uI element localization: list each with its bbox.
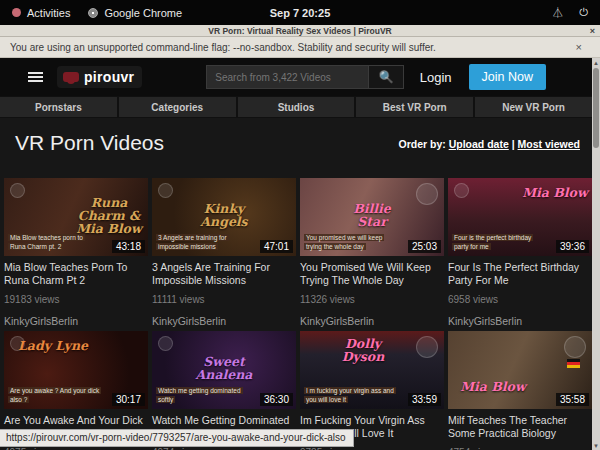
sandbox-warning-infobar: You are using an unsupported command-lin…: [0, 37, 600, 58]
studio-link[interactable]: KinkyGirlsBerlin: [448, 315, 592, 327]
video-card: Mia Blow Four is the perfect birthday pa…: [448, 178, 592, 327]
video-title-link[interactable]: You Promised We Will Keep Trying The Who…: [300, 261, 444, 286]
menu-hamburger-icon[interactable]: [28, 72, 43, 82]
duration-badge: 35:58: [556, 393, 589, 406]
studio-logo-icon: [454, 183, 469, 198]
thumb-overlay-title: Mia Blow: [458, 380, 528, 393]
window-title: VR Porn: Virtual Reality Sex Videos | Pi…: [208, 26, 391, 36]
video-card: Runa Charm & Mia Blow Mia Blow teaches p…: [4, 178, 148, 327]
video-title-link[interactable]: Mia Blow Teaches Porn To Runa Charm Pt 2: [4, 261, 148, 286]
duration-badge: 43:18: [112, 240, 145, 253]
window-titlebar: VR Porn: Virtual Reality Sex Videos | Pi…: [0, 25, 600, 37]
main-nav: Pornstars Categories Studios Best VR Por…: [0, 96, 592, 118]
duration-badge: 39:36: [556, 240, 589, 253]
thumb-overlay-title: Mia Blow: [520, 186, 590, 199]
scrollbar-up-icon[interactable]: ▲: [592, 58, 600, 67]
search-button[interactable]: 🔍: [369, 65, 404, 89]
nav-item-categories[interactable]: Categories: [119, 97, 236, 117]
video-card: Kinky Angels 3 Angels are training for i…: [152, 178, 296, 327]
site-logo-text: pirouvr: [84, 69, 134, 85]
login-link[interactable]: Login: [420, 70, 452, 85]
status-url-tooltip: https://pirouvr.com/vr-porn-video/779325…: [0, 429, 354, 447]
window-close-icon[interactable]: ×: [590, 26, 595, 36]
infobar-close-icon[interactable]: ×: [576, 41, 582, 53]
video-thumbnail[interactable]: Dolly Dyson I m fucking your virgin ass …: [300, 331, 444, 409]
studio-logo-icon: [564, 336, 586, 358]
thumb-overlay-title: Lady Lyne: [18, 339, 88, 352]
nav-item-best-vr-porn[interactable]: Best VR Porn: [356, 97, 473, 117]
order-by-separator: |: [512, 138, 515, 150]
thumb-caption: Are you awake ? And your dick also ?: [8, 386, 100, 406]
studio-link[interactable]: KinkyGirlsBerlin: [300, 315, 444, 327]
thumb-overlay-title: Sweet Analena: [189, 355, 259, 381]
infobar-message: You are using an unsupported command-lin…: [10, 42, 436, 53]
studio-logo-icon: [416, 183, 438, 205]
scrollbar[interactable]: ▲ ▼: [592, 58, 600, 450]
view-count: 11111 views: [152, 294, 296, 305]
studio-logo-icon: [10, 183, 25, 198]
thumb-overlay-title: Kinky Angels: [189, 202, 259, 228]
video-thumbnail[interactable]: Billie Star You promised we will keep tr…: [300, 178, 444, 256]
video-title-link[interactable]: Milf Teaches The Teacher Some Practical …: [448, 414, 592, 439]
duration-badge: 33:59: [408, 393, 441, 406]
thumb-overlay-title: Runa Charm & Mia Blow: [74, 196, 144, 235]
order-by-most-viewed-link[interactable]: Most viewed: [518, 138, 580, 150]
join-now-button[interactable]: Join Now: [469, 64, 546, 90]
view-count: 6958 views: [448, 294, 592, 305]
thumb-caption: Four is the perfect birthday party for m…: [452, 233, 544, 253]
view-count: 19183 views: [4, 294, 148, 305]
search-input[interactable]: [206, 65, 369, 89]
studio-link[interactable]: KinkyGirlsBerlin: [4, 315, 148, 327]
thumb-caption: 3 Angels are training for impossible mis…: [156, 233, 248, 253]
video-thumbnail[interactable]: Mia Blow Four is the perfect birthday pa…: [448, 178, 592, 256]
video-grid: Runa Charm & Mia Blow Mia Blow teaches p…: [0, 155, 592, 450]
order-by-label: Order by:: [398, 138, 445, 150]
nav-item-pornstars[interactable]: Pornstars: [0, 97, 117, 117]
video-thumbnail[interactable]: Sweet Analena Watch me getting dominated…: [152, 331, 296, 409]
thumb-caption: Watch me getting dominated softly: [156, 386, 248, 406]
nav-item-new-vr-porn[interactable]: New VR Porn: [475, 97, 592, 117]
video-title-link[interactable]: Four Is The Perfect Birthday Party For M…: [448, 261, 592, 286]
search-icon: 🔍: [379, 70, 394, 84]
order-by-upload-date-link[interactable]: Upload date: [449, 138, 509, 150]
video-card: Mia Blow 35:58 Milf Teaches The Teacher …: [448, 331, 592, 450]
video-title-link[interactable]: 3 Angels Are Training For Impossible Mis…: [152, 261, 296, 286]
nav-item-studios[interactable]: Studios: [238, 97, 355, 117]
studio-link[interactable]: KinkyGirlsBerlin: [152, 315, 296, 327]
view-count: 11326 views: [300, 294, 444, 305]
studio-logo-icon: [416, 336, 438, 358]
page-body: VR Porn Videos Order by: Upload date | M…: [0, 118, 592, 450]
duration-badge: 47:01: [260, 240, 293, 253]
thumb-caption: I m fucking your virgin ass and you will…: [304, 386, 396, 406]
studio-logo-icon: [158, 336, 173, 351]
german-flag-icon: [567, 359, 580, 368]
site-content: pirouvr 🔍 Login Join Now Pornstars Categ…: [0, 58, 592, 450]
studio-logo-icon: [158, 183, 173, 198]
thumb-overlay-title: Dolly Dyson: [328, 337, 398, 363]
site-header: pirouvr 🔍 Login Join Now: [0, 58, 592, 96]
order-by: Order by: Upload date | Most viewed: [398, 138, 580, 150]
video-card: Billie Star You promised we will keep tr…: [300, 178, 444, 327]
thumb-caption: Mia Blow teaches porn to Runa Charm pt. …: [8, 233, 100, 253]
duration-badge: 36:30: [260, 393, 293, 406]
thumb-caption: You promised we will keep trying the who…: [304, 233, 396, 253]
vr-goggles-icon: [63, 72, 79, 82]
system-bar: Activities Google Chrome Sep 7 20:25 ⏃ ⏻: [0, 0, 600, 25]
video-thumbnail[interactable]: Mia Blow 35:58: [448, 331, 592, 409]
site-logo[interactable]: pirouvr: [57, 66, 142, 88]
duration-badge: 25:03: [408, 240, 441, 253]
video-thumbnail[interactable]: Kinky Angels 3 Angels are training for i…: [152, 178, 296, 256]
clock[interactable]: Sep 7 20:25: [0, 7, 600, 19]
scrollbar-thumb[interactable]: [593, 68, 599, 148]
scrollbar-down-icon[interactable]: ▼: [592, 441, 600, 450]
duration-badge: 30:17: [112, 393, 145, 406]
video-thumbnail[interactable]: Lady Lyne Are you awake ? And your dick …: [4, 331, 148, 409]
screen: Activities Google Chrome Sep 7 20:25 ⏃ ⏻…: [0, 0, 600, 450]
thumb-overlay-title: Billie Star: [337, 202, 407, 228]
video-thumbnail[interactable]: Runa Charm & Mia Blow Mia Blow teaches p…: [4, 178, 148, 256]
search-bar: 🔍: [206, 65, 404, 89]
